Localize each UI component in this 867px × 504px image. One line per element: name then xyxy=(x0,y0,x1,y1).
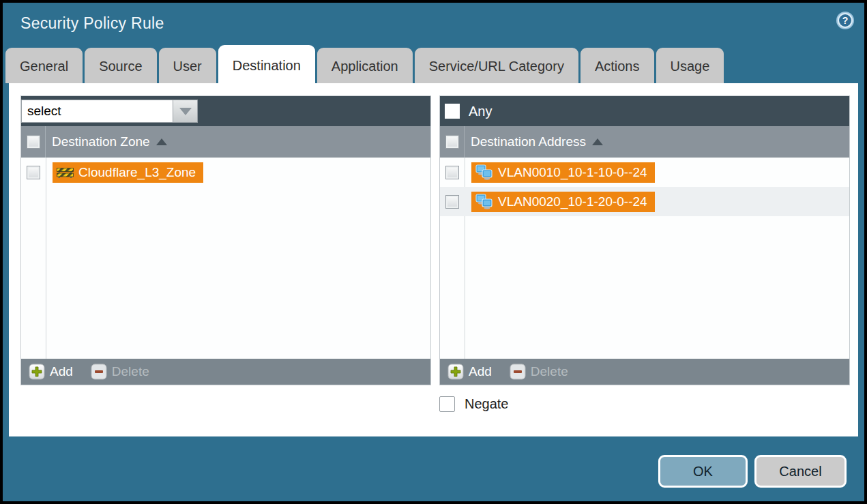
negate-label: Negate xyxy=(465,396,509,412)
address-column-header-row: Destination Address xyxy=(440,126,849,158)
add-button-label: Add xyxy=(50,364,73,379)
chevron-down-icon xyxy=(179,108,192,115)
any-label: Any xyxy=(469,104,492,119)
delete-button-label: Delete xyxy=(112,364,149,379)
address-add-button[interactable]: Add xyxy=(447,364,492,380)
add-icon xyxy=(447,364,464,380)
zone-delete-button[interactable]: Delete xyxy=(91,364,149,380)
tab-content-destination: Destination Zone Cloudf xyxy=(9,83,858,436)
zone-item[interactable]: Cloudflare_L3_Zone xyxy=(53,162,203,183)
table-row: VLAN0010_10-1-10-0--24 xyxy=(440,158,849,187)
address-delete-button[interactable]: Delete xyxy=(510,364,568,380)
address-column-header[interactable]: Destination Address xyxy=(465,134,586,149)
tab-application[interactable]: Application xyxy=(317,48,413,83)
negate-option: Negate xyxy=(439,396,509,412)
address-list: VLAN0010_10-1-10-0--24 xyxy=(440,158,849,359)
sort-ascending-icon[interactable] xyxy=(592,138,603,145)
zone-row-checkbox[interactable] xyxy=(27,166,40,179)
cancel-button[interactable]: Cancel xyxy=(754,455,847,488)
address-item[interactable]: VLAN0020_10-1-20-0--24 xyxy=(471,192,655,212)
tab-general[interactable]: General xyxy=(5,48,83,83)
address-panel-header: Any xyxy=(440,96,849,126)
zone-select-dropdown-button[interactable] xyxy=(173,100,198,123)
tab-destination[interactable]: Destination xyxy=(218,45,315,83)
tab-user[interactable]: User xyxy=(159,48,216,83)
address-item-label: VLAN0010_10-1-10-0--24 xyxy=(498,165,647,180)
address-icon xyxy=(475,164,493,180)
zone-item-label: Cloudflare_L3_Zone xyxy=(78,165,196,180)
zone-icon xyxy=(57,166,74,179)
zone-panel-header xyxy=(21,96,430,126)
dialog-title: Security Policy Rule xyxy=(20,14,164,33)
destination-zone-panel: Destination Zone Cloudf xyxy=(20,95,431,385)
zone-add-button[interactable]: Add xyxy=(29,364,73,380)
add-icon xyxy=(29,364,45,380)
delete-icon xyxy=(510,364,526,380)
tab-bar: General Source User Destination Applicat… xyxy=(5,48,724,83)
svg-text:?: ? xyxy=(842,15,849,26)
address-icon xyxy=(475,194,493,209)
negate-checkbox[interactable] xyxy=(439,396,455,412)
help-icon[interactable]: ? xyxy=(836,11,855,30)
dialog-titlebar: Security Policy Rule ? xyxy=(3,3,864,45)
zone-list: Cloudflare_L3_Zone xyxy=(21,158,430,359)
ok-button[interactable]: OK xyxy=(658,455,748,488)
zone-select-all-checkbox[interactable] xyxy=(27,135,40,149)
delete-icon xyxy=(91,364,107,380)
address-item-label: VLAN0020_10-1-20-0--24 xyxy=(498,194,647,209)
tab-source[interactable]: Source xyxy=(85,48,156,83)
address-panel-footer: Add Delete xyxy=(440,359,849,385)
zone-column-header-row: Destination Zone xyxy=(21,126,430,158)
any-checkbox[interactable] xyxy=(445,104,460,119)
table-row: Cloudflare_L3_Zone xyxy=(21,158,430,187)
delete-button-label: Delete xyxy=(531,364,568,379)
address-select-all-checkbox[interactable] xyxy=(445,135,459,149)
tab-usage[interactable]: Usage xyxy=(656,48,724,83)
tab-service-url-category[interactable]: Service/URL Category xyxy=(415,48,578,83)
add-button-label: Add xyxy=(469,364,492,379)
zone-select-input[interactable] xyxy=(21,100,173,123)
address-item[interactable]: VLAN0010_10-1-10-0--24 xyxy=(471,162,655,183)
address-row-checkbox[interactable] xyxy=(445,166,459,179)
sort-ascending-icon[interactable] xyxy=(156,138,167,145)
tab-actions[interactable]: Actions xyxy=(581,48,654,83)
address-row-checkbox[interactable] xyxy=(445,195,459,209)
table-row: VLAN0020_10-1-20-0--24 xyxy=(440,187,849,216)
zone-panel-footer: Add Delete xyxy=(21,359,430,385)
destination-address-panel: Any Destination Address xyxy=(439,95,850,385)
security-policy-rule-dialog: Security Policy Rule ? General Source Us… xyxy=(3,3,864,501)
zone-column-header[interactable]: Destination Zone xyxy=(46,134,150,149)
